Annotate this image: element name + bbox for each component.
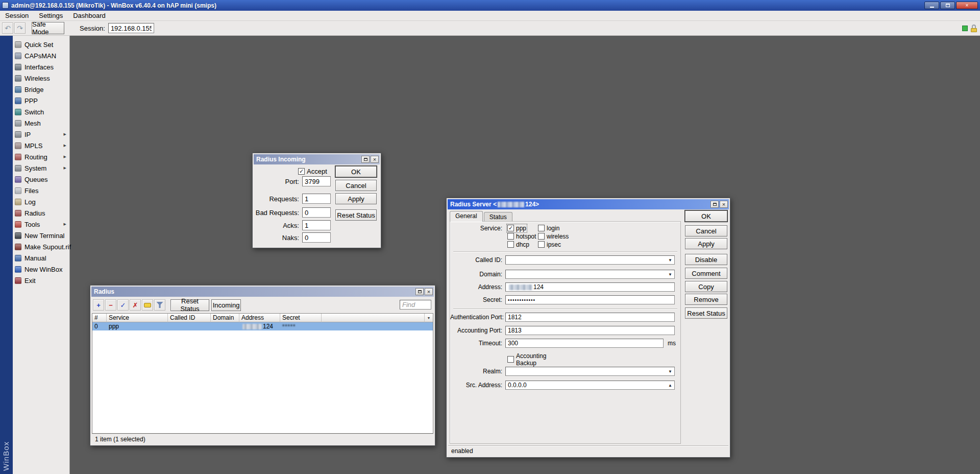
port-input[interactable] [302, 176, 331, 186]
comment-button[interactable]: Comment [685, 268, 727, 279]
apply-button[interactable]: Apply [335, 193, 377, 204]
menubar: Session Settings Dashboard [0, 11, 980, 21]
table-row[interactable]: 0 ppp 124 ***** [92, 322, 433, 330]
sidebar-item-files[interactable]: Files [13, 185, 69, 196]
sidebar-item-make-supout[interactable]: Make Supout.rif [13, 241, 69, 252]
acks-input[interactable] [302, 220, 331, 230]
comment-button[interactable] [142, 299, 153, 311]
submenu-arrow-icon: ▶ [64, 132, 66, 136]
sidebar-item-radius[interactable]: Radius [13, 207, 69, 219]
sidebar-item-new-terminal[interactable]: New Terminal [13, 230, 69, 241]
apply-button[interactable]: Apply [685, 238, 727, 249]
sidebar-item-system[interactable]: System▶ [13, 162, 69, 174]
column-header-called-id[interactable]: Called ID [168, 314, 211, 322]
remove-button[interactable]: Remove [685, 294, 727, 305]
filter-button[interactable] [154, 299, 165, 311]
called-id-combo[interactable]: ▼ [505, 255, 675, 265]
reset-status-button[interactable]: Reset Status [685, 307, 727, 319]
accept-checkbox[interactable]: Accept [298, 168, 327, 175]
sidebar-item-switch[interactable]: Switch [13, 106, 69, 117]
mpls-icon [15, 143, 21, 149]
maximize-button[interactable] [415, 288, 424, 295]
redo-button[interactable]: ↷ [14, 22, 26, 34]
requests-input[interactable] [302, 194, 331, 204]
column-header-num[interactable]: # [92, 314, 107, 322]
title-suffix: 124> [525, 201, 539, 208]
close-button[interactable]: × [371, 156, 379, 163]
service-dhcp-checkbox[interactable]: dhcp [507, 241, 529, 248]
incoming-button[interactable]: Incoming [211, 299, 241, 311]
sidebar-item-quick-set[interactable]: Quick Set [13, 39, 69, 50]
cell-num: 0 [92, 322, 107, 330]
sidebar-item-new-winbox[interactable]: New WinBox [13, 264, 69, 275]
radius-server-titlebar[interactable]: Radius Server < 124> × [448, 199, 729, 209]
ok-button[interactable]: OK [335, 166, 377, 177]
sidebar-item-ppp[interactable]: PPP [13, 95, 69, 106]
menu-session[interactable]: Session [0, 11, 34, 20]
column-header-address[interactable]: Address [239, 314, 280, 322]
radius-incoming-titlebar[interactable]: Radius Incoming × [254, 154, 380, 164]
sidebar-item-capsman[interactable]: CAPsMAN [13, 50, 69, 61]
radius-list-titlebar[interactable]: Radius × [91, 287, 434, 297]
cancel-button[interactable]: Cancel [335, 180, 377, 191]
find-input[interactable] [400, 300, 431, 310]
tab-status[interactable]: Status [484, 212, 512, 221]
maximize-button[interactable] [361, 156, 370, 163]
undo-button[interactable]: ↶ [2, 22, 13, 34]
sidebar-item-bridge[interactable]: Bridge [13, 84, 69, 95]
minimize-button[interactable] [924, 2, 939, 9]
sidebar-item-ip[interactable]: IP▶ [13, 129, 69, 140]
sidebar-item-mpls[interactable]: MPLS▶ [13, 140, 69, 151]
service-ipsec-checkbox[interactable]: ipsec [538, 241, 561, 248]
service-login-checkbox[interactable]: login [538, 225, 559, 232]
close-button[interactable]: × [956, 2, 978, 9]
reset-status-button[interactable]: Reset Status [170, 299, 209, 311]
naks-input[interactable] [302, 232, 331, 243]
session-input[interactable] [108, 23, 154, 33]
copy-button[interactable]: Copy [685, 281, 727, 292]
secret-input[interactable]: •••••••••••• [505, 295, 675, 304]
safe-mode-button[interactable]: Safe Mode [32, 22, 64, 34]
sidebar-item-interfaces[interactable]: Interfaces [13, 61, 69, 73]
menu-dashboard[interactable]: Dashboard [68, 11, 111, 20]
address-input[interactable]: 124 [505, 282, 675, 292]
domain-combo[interactable]: ▼ [505, 270, 675, 279]
menu-settings[interactable]: Settings [34, 11, 68, 20]
tab-general[interactable]: General [450, 211, 483, 222]
column-select-button[interactable]: ▼ [424, 314, 433, 322]
sidebar-item-log[interactable]: Log [13, 196, 69, 207]
service-ppp-checkbox[interactable]: ppp [507, 225, 526, 232]
add-button[interactable]: + [93, 299, 104, 311]
sidebar-item-mesh[interactable]: Mesh [13, 117, 69, 129]
accounting-backup-checkbox[interactable]: Accounting Backup [507, 352, 546, 367]
maximize-button[interactable] [710, 201, 719, 208]
enable-button[interactable]: ✓ [117, 299, 129, 311]
disable-button[interactable]: ✗ [130, 299, 141, 311]
remove-button[interactable]: − [105, 299, 116, 311]
column-header-secret[interactable]: Secret [280, 314, 322, 322]
maximize-button[interactable] [940, 2, 955, 9]
sidebar-item-queues[interactable]: Queues [13, 174, 69, 185]
accounting-port-input[interactable] [505, 326, 675, 335]
bad-requests-input[interactable] [302, 207, 331, 218]
realm-combo[interactable]: ▼ [505, 367, 675, 376]
disable-button[interactable]: Disable [685, 254, 727, 265]
service-wireless-checkbox[interactable]: wireless [538, 233, 569, 240]
cancel-button[interactable]: Cancel [685, 225, 727, 236]
src-address-combo[interactable]: 0.0.0.0 ▲ [505, 381, 675, 390]
ok-button[interactable]: OK [685, 210, 727, 222]
close-button[interactable]: × [720, 201, 728, 208]
sidebar-item-wireless[interactable]: Wireless [13, 73, 69, 84]
app-titlebar[interactable]: admin@192.168.0.155 (MikroTik) - WinBox … [0, 0, 980, 11]
column-header-domain[interactable]: Domain [211, 314, 239, 322]
timeout-input[interactable] [505, 339, 664, 348]
column-header-service[interactable]: Service [107, 314, 168, 322]
close-button[interactable]: × [425, 288, 433, 295]
sidebar-item-manual[interactable]: Manual [13, 252, 69, 264]
reset-status-button[interactable]: Reset Status [335, 209, 377, 221]
service-hotspot-checkbox[interactable]: hotspot [507, 233, 536, 240]
sidebar-item-exit[interactable]: Exit [13, 275, 69, 286]
sidebar-item-routing[interactable]: Routing▶ [13, 151, 69, 162]
authentication-port-input[interactable] [505, 313, 675, 322]
sidebar-item-tools[interactable]: Tools▶ [13, 219, 69, 230]
